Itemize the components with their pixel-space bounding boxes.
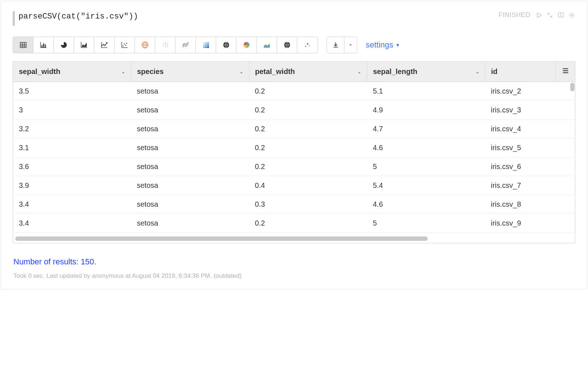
viz-bubble-icon[interactable] [297, 37, 318, 53]
cell-header: parseCSV(cat("iris.csv")) FINISHED [13, 11, 575, 26]
table-cell: setosa [131, 214, 249, 233]
viz-map-icon[interactable] [135, 37, 155, 53]
viz-multiline-icon[interactable] [175, 37, 196, 53]
svg-rect-32 [205, 42, 207, 44]
viz-bar-icon[interactable] [33, 37, 54, 53]
download-caret-icon[interactable] [344, 37, 357, 53]
col-species[interactable]: species⌄ [131, 62, 249, 82]
svg-point-29 [167, 44, 168, 45]
table-cell: iris.csv_7 [485, 176, 575, 195]
table-cell: iris.csv_6 [485, 157, 575, 176]
chevron-down-icon[interactable]: ⌄ [476, 69, 479, 74]
table-cell: 4.6 [367, 139, 485, 157]
table-row[interactable]: 3.1setosa0.24.6iris.csv_5 [13, 139, 575, 157]
viz-boxplot-icon[interactable] [155, 37, 175, 53]
chevron-down-icon[interactable]: ⌄ [121, 69, 125, 74]
svg-point-19 [125, 45, 126, 46]
cell-actions: FINISHED [498, 11, 575, 19]
table-cell: 4.9 [367, 101, 485, 120]
viz-pie-color-icon[interactable] [236, 37, 257, 53]
table-row[interactable]: 3.5setosa0.25.1iris.csv_2 [13, 82, 575, 101]
table-cell: 4.6 [367, 195, 485, 214]
table-cell: iris.csv_3 [485, 101, 575, 120]
viz-stacked-area-icon[interactable] [257, 37, 277, 53]
book-icon[interactable] [557, 12, 564, 19]
table-cell: setosa [131, 139, 249, 157]
table-row[interactable]: 3.9setosa0.45.4iris.csv_7 [13, 176, 575, 195]
table-cell: 0.4 [249, 176, 367, 195]
table-row[interactable]: 3setosa0.24.9iris.csv_3 [13, 101, 575, 120]
table-cell: 0.2 [249, 157, 367, 176]
cell-code[interactable]: parseCSV(cat("iris.csv")) [18, 11, 498, 21]
table-cell: 5.1 [367, 82, 485, 101]
result-table: sepal_width⌄ species⌄ petal_width⌄ sepal… [13, 62, 575, 233]
table-cell: iris.csv_5 [485, 139, 575, 157]
svg-rect-31 [203, 42, 205, 44]
vertical-scrollbar[interactable] [570, 83, 575, 91]
table-cell: 0.2 [249, 214, 367, 233]
svg-point-30 [167, 46, 168, 47]
table-cell: 5.4 [367, 176, 485, 195]
svg-rect-38 [205, 46, 207, 48]
notebook-cell: parseCSV(cat("iris.csv")) FINISHED [1, 1, 587, 289]
viz-globe-dark2-icon[interactable] [277, 37, 297, 53]
table-cell: 0.3 [249, 195, 367, 214]
col-sepal_width[interactable]: sepal_width⌄ [13, 62, 131, 82]
svg-point-17 [123, 45, 124, 46]
viz-area-icon[interactable] [74, 37, 94, 53]
table-cell: 3.4 [13, 214, 131, 233]
table-cell: setosa [131, 157, 249, 176]
svg-point-43 [307, 43, 309, 45]
svg-rect-1 [20, 42, 26, 48]
svg-point-18 [124, 44, 125, 45]
table-cell: setosa [131, 120, 249, 139]
col-sepal_length[interactable]: sepal_length⌄ [367, 62, 485, 82]
gear-icon[interactable] [568, 12, 575, 19]
viz-line-icon[interactable] [94, 37, 115, 53]
table-cell: 3.1 [13, 139, 131, 157]
table-row[interactable]: 3.4setosa0.25iris.csv_9 [13, 214, 575, 233]
table-cell: setosa [131, 195, 249, 214]
chevron-down-icon[interactable]: ⌄ [357, 69, 361, 74]
table-cell: 3.9 [13, 176, 131, 195]
svg-point-44 [309, 45, 310, 46]
viz-buttons [13, 37, 318, 53]
chevron-down-icon[interactable]: ⌄ [240, 69, 243, 74]
table-body: 3.5setosa0.25.1iris.csv_23setosa0.24.9ir… [13, 82, 575, 233]
svg-rect-36 [207, 44, 209, 46]
table-cell: 3.5 [13, 82, 131, 101]
download-icon[interactable] [327, 37, 344, 53]
svg-point-25 [163, 46, 164, 46]
viz-pie-icon[interactable] [54, 37, 74, 53]
col-petal_width[interactable]: petal_width⌄ [249, 62, 367, 82]
table-cell: iris.csv_8 [485, 195, 575, 214]
viz-scatter-icon[interactable] [115, 37, 135, 53]
col-id[interactable]: id [485, 62, 555, 82]
table-row[interactable]: 3.4setosa0.34.6iris.csv_8 [13, 195, 575, 214]
viz-table-icon[interactable] [13, 37, 33, 53]
table-cell: iris.csv_9 [485, 214, 575, 233]
table-menu-icon[interactable] [555, 62, 575, 82]
run-icon[interactable] [535, 12, 543, 19]
table-row[interactable]: 3.2setosa0.24.7iris.csv_4 [13, 120, 575, 139]
svg-rect-34 [203, 44, 205, 46]
table-cell: setosa [131, 82, 249, 101]
table-header-row: sepal_width⌄ species⌄ petal_width⌄ sepal… [13, 62, 575, 82]
horizontal-scrollbar-thumb[interactable] [15, 236, 428, 241]
result-table-wrap: sepal_width⌄ species⌄ petal_width⌄ sepal… [13, 61, 575, 243]
viz-heatmap-icon[interactable] [196, 37, 216, 53]
viz-toolbar: settings ▼ [13, 37, 575, 53]
cell-status: FINISHED [498, 11, 530, 19]
table-cell: 0.2 [249, 82, 367, 101]
settings-label: settings [366, 40, 393, 50]
svg-rect-8 [41, 45, 42, 48]
horizontal-scrollbar-track[interactable] [15, 236, 573, 241]
viz-globe-dark-icon[interactable] [216, 37, 236, 53]
collapse-icon[interactable] [546, 12, 554, 19]
table-cell: 5 [367, 214, 485, 233]
table-cell: iris.csv_4 [485, 120, 575, 139]
svg-rect-9 [43, 43, 44, 48]
svg-point-28 [165, 46, 166, 47]
settings-link[interactable]: settings ▼ [366, 40, 400, 50]
table-row[interactable]: 3.6setosa0.25iris.csv_6 [13, 157, 575, 176]
